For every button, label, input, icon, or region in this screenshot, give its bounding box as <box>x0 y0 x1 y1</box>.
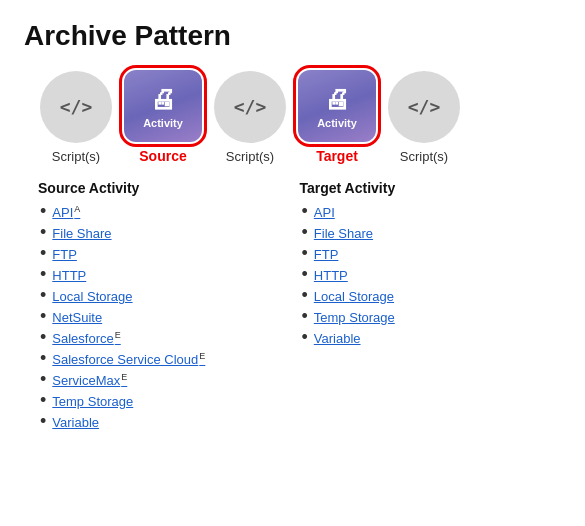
scripts-left-circle: </> <box>40 71 112 143</box>
target-link-tempstorage[interactable]: Temp Storage <box>314 310 395 325</box>
list-item: •File Share <box>38 223 300 241</box>
source-link-servicemax[interactable]: ServiceMaxE <box>52 372 127 388</box>
diagram-item-source: 🖨 Activity Source <box>124 70 202 164</box>
list-item: •Salesforce Service CloudE <box>38 349 300 367</box>
bullet: • <box>40 307 46 325</box>
superscript-e1: E <box>115 330 121 340</box>
bullet: • <box>302 265 308 283</box>
superscript-a: A <box>74 204 80 214</box>
source-link-fileshare[interactable]: File Share <box>52 226 111 241</box>
list-item: •Variable <box>38 412 300 430</box>
diagram-item-target: 🖨 Activity Target <box>298 70 376 164</box>
list-item: •Local Storage <box>38 286 300 304</box>
target-link-api[interactable]: API <box>314 205 335 220</box>
scripts-right-circle: </> <box>388 71 460 143</box>
source-activity-box: 🖨 Activity <box>124 70 202 142</box>
target-link-http[interactable]: HTTP <box>314 268 348 283</box>
list-item: •HTTP <box>300 265 562 283</box>
code-symbol-left: </> <box>60 96 93 117</box>
source-link-salesforce[interactable]: SalesforceE <box>52 330 120 346</box>
bullet: • <box>40 202 46 220</box>
list-item: •FTP <box>300 244 562 262</box>
bullet: • <box>302 286 308 304</box>
bullet: • <box>302 307 308 325</box>
list-item: •FTP <box>38 244 300 262</box>
target-link-fileshare[interactable]: File Share <box>314 226 373 241</box>
source-activity-title: Source Activity <box>38 180 300 196</box>
source-link-tempstorage[interactable]: Temp Storage <box>52 394 133 409</box>
list-item: •Local Storage <box>300 286 562 304</box>
list-item: •API <box>300 202 562 220</box>
source-link-salesforcecloud[interactable]: Salesforce Service CloudE <box>52 351 205 367</box>
bullet: • <box>40 391 46 409</box>
target-activity-list: Target Activity •API •File Share •FTP •H… <box>300 180 562 433</box>
target-activity-box: 🖨 Activity <box>298 70 376 142</box>
code-symbol-mid: </> <box>234 96 267 117</box>
list-item: •ServiceMaxE <box>38 370 300 388</box>
target-label: Target <box>316 148 358 164</box>
target-activity-items: •API •File Share •FTP •HTTP •Local Stora… <box>300 202 562 346</box>
scripts-mid-label: Script(s) <box>226 149 274 164</box>
diagram-item-scripts-right: </> Script(s) <box>388 71 460 164</box>
bullet: • <box>302 223 308 241</box>
list-item: •HTTP <box>38 265 300 283</box>
printer-icon-source: 🖨 <box>150 84 176 115</box>
source-activity-label: Activity <box>143 117 183 129</box>
lists-section: Source Activity •APIA •File Share •FTP •… <box>24 180 561 433</box>
diagram-item-scripts-left: </> Script(s) <box>40 71 112 164</box>
source-link-variable[interactable]: Variable <box>52 415 99 430</box>
source-activity-items: •APIA •File Share •FTP •HTTP •Local Stor… <box>38 202 300 430</box>
diagram-item-scripts-mid: </> Script(s) <box>214 71 286 164</box>
bullet: • <box>302 244 308 262</box>
diagram-row: </> Script(s) 🖨 Activity Source </> Scri… <box>24 70 561 164</box>
source-label: Source <box>139 148 186 164</box>
target-link-ftp[interactable]: FTP <box>314 247 339 262</box>
list-item: •Variable <box>300 328 562 346</box>
bullet: • <box>40 370 46 388</box>
source-link-api[interactable]: APIA <box>52 204 80 220</box>
bullet: • <box>40 328 46 346</box>
bullet: • <box>40 349 46 367</box>
superscript-e2: E <box>199 351 205 361</box>
source-link-localstorage[interactable]: Local Storage <box>52 289 132 304</box>
source-link-http[interactable]: HTTP <box>52 268 86 283</box>
bullet: • <box>40 265 46 283</box>
source-activity-list: Source Activity •APIA •File Share •FTP •… <box>38 180 300 433</box>
superscript-e3: E <box>121 372 127 382</box>
target-activity-title: Target Activity <box>300 180 562 196</box>
page-title: Archive Pattern <box>24 20 561 52</box>
bullet: • <box>40 412 46 430</box>
target-activity-label: Activity <box>317 117 357 129</box>
scripts-mid-circle: </> <box>214 71 286 143</box>
bullet: • <box>40 286 46 304</box>
list-item: •NetSuite <box>38 307 300 325</box>
bullet: • <box>302 202 308 220</box>
code-symbol-right: </> <box>408 96 441 117</box>
list-item: •Temp Storage <box>300 307 562 325</box>
list-item: •APIA <box>38 202 300 220</box>
bullet: • <box>40 244 46 262</box>
list-item: •Temp Storage <box>38 391 300 409</box>
list-item: •SalesforceE <box>38 328 300 346</box>
bullet: • <box>302 328 308 346</box>
list-item: •File Share <box>300 223 562 241</box>
source-link-netsuite[interactable]: NetSuite <box>52 310 102 325</box>
source-link-ftp[interactable]: FTP <box>52 247 77 262</box>
scripts-right-label: Script(s) <box>400 149 448 164</box>
target-link-variable[interactable]: Variable <box>314 331 361 346</box>
printer-icon-target: 🖨 <box>324 84 350 115</box>
scripts-left-label: Script(s) <box>52 149 100 164</box>
target-link-localstorage[interactable]: Local Storage <box>314 289 394 304</box>
bullet: • <box>40 223 46 241</box>
